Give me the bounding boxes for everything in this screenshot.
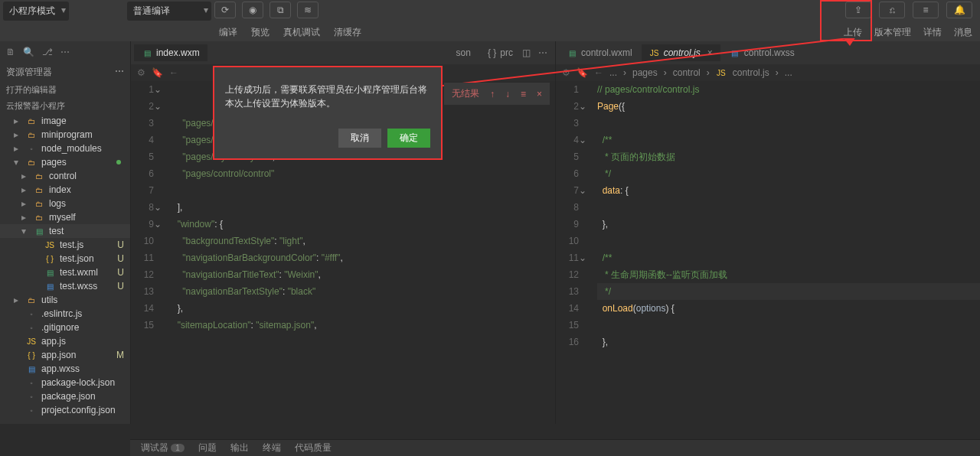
find-bar: 无结果 ↑ ↓ ≡ × <box>444 83 550 105</box>
file-icon: 🗀 <box>26 295 37 305</box>
sidebar: 🗎 🔍 ⎇ ⋯ 资源管理器⋯ 打开的编辑器 云报警器小程序 ▸🗀image▸🗀m… <box>0 41 130 424</box>
file-icon: 🗀 <box>26 157 37 168</box>
tab-index-wxml[interactable]: ▤index.wxm <box>134 44 207 61</box>
left-tabs: ▤index.wxm son { } prc ◫⋯ <box>131 41 555 64</box>
toolbar-action-labels: 编译 预览 真机调试 清缓存 <box>219 26 361 39</box>
mode-select[interactable]: 小程序模式 <box>3 2 69 21</box>
settings-icon[interactable]: ⚙ <box>562 67 570 78</box>
tree-item-myself[interactable]: ▸🗀myself <box>0 210 130 224</box>
back-icon[interactable]: ← <box>594 67 603 78</box>
file-icon: JS <box>26 336 37 347</box>
tab-control-wxml[interactable]: ▤control.wxml <box>559 44 640 61</box>
file-icon: 🗀 <box>34 184 44 195</box>
file-icon: ◦ <box>26 377 37 388</box>
cancel-button[interactable]: 取消 <box>338 129 381 148</box>
compile-select[interactable]: 普通编译 <box>127 2 211 21</box>
more-icon[interactable]: ⋯ <box>60 47 70 57</box>
tab-control-js[interactable]: JScontrol.js× <box>642 44 720 61</box>
remote-debug-icon[interactable]: ⧉ <box>270 2 291 18</box>
tree-item-app-js[interactable]: JSapp.js <box>0 334 130 348</box>
label-details: 详情 <box>923 26 942 39</box>
tab-prc[interactable]: { } prc <box>480 44 521 61</box>
file-icon: 🗀 <box>34 212 44 223</box>
find-options-icon[interactable]: ≡ <box>521 89 526 99</box>
tree-item-image[interactable]: ▸🗀image <box>0 114 130 128</box>
tab-more-icon[interactable]: ⋯ <box>538 47 547 58</box>
tree-item-logs[interactable]: ▸🗀logs <box>0 197 130 210</box>
tree-item-control[interactable]: ▸🗀control <box>0 169 130 183</box>
file-icon: { } <box>44 253 55 264</box>
open-editors-section[interactable]: 打开的编辑器 <box>0 82 130 98</box>
file-tree: ▸🗀image▸🗀miniprogram▸◦node_modules▾🗀page… <box>0 114 130 424</box>
tree-item-app-json[interactable]: { }app.jsonM <box>0 348 130 362</box>
preview-icon[interactable]: ◉ <box>242 2 263 18</box>
label-notify: 消息 <box>954 26 972 39</box>
bookmark-icon[interactable]: 🔖 <box>577 67 588 78</box>
explorer-icon[interactable]: 🗎 <box>6 47 15 57</box>
tree-item-package-json[interactable]: ◦package.json <box>0 389 130 403</box>
label-compile: 编译 <box>219 26 237 39</box>
label-debug: 真机调试 <box>283 26 320 39</box>
compile-icon[interactable]: ⟳ <box>214 2 236 18</box>
tree-item-test[interactable]: ▾▤test <box>0 224 130 238</box>
file-icon: ▤ <box>44 267 55 278</box>
prev-match-icon[interactable]: ↑ <box>490 89 495 99</box>
tab-debugger[interactable]: 调试器 1 <box>141 441 185 454</box>
ok-button[interactable]: 确定 <box>387 129 430 148</box>
no-result-label: 无结果 <box>452 87 479 100</box>
split-icon[interactable]: ◫ <box>522 47 531 58</box>
bookmark-icon[interactable]: 🔖 <box>152 67 163 78</box>
sidebar-more-icon[interactable]: ⋯ <box>115 66 124 79</box>
file-icon: 🗀 <box>26 129 37 140</box>
tree-item--eslintrc-js[interactable]: ◦.eslintrc.js <box>0 307 130 321</box>
branch-icon[interactable]: ⎇ <box>42 47 53 57</box>
file-icon: ◦ <box>26 405 37 415</box>
tree-item-test-json[interactable]: { }test.jsonU <box>0 252 130 265</box>
settings-icon[interactable]: ⚙ <box>137 67 145 78</box>
file-icon: ▤ <box>44 281 55 292</box>
tree-item-test-wxss[interactable]: ▤test.wxssU <box>0 279 130 293</box>
tree-item-test-js[interactable]: JStest.jsU <box>0 238 130 252</box>
search-icon[interactable]: 🔍 <box>23 47 34 57</box>
notify-icon[interactable]: 🔔 <box>946 2 972 18</box>
file-icon: ▤ <box>34 226 44 236</box>
file-icon: ◦ <box>26 391 37 402</box>
close-icon[interactable]: × <box>707 47 713 58</box>
tree-item-test-wxml[interactable]: ▤test.wxmlU <box>0 265 130 279</box>
tree-item-index[interactable]: ▸🗀index <box>0 183 130 197</box>
file-icon: ▤ <box>26 363 37 374</box>
upload-confirm-dialog: 上传成功后，需要联系管理员在小程序管理后台将本次上传设置为体验版本。 取消 确定 <box>213 66 443 160</box>
next-match-icon[interactable]: ↓ <box>505 89 510 99</box>
close-find-icon[interactable]: × <box>537 89 542 99</box>
project-section[interactable]: 云报警器小程序 <box>0 98 130 114</box>
file-icon: ◦ <box>26 143 37 154</box>
right-code[interactable]: 12345678910111213141516 // pages/control… <box>556 81 980 424</box>
tab-control-wxss[interactable]: ▤control.wxss <box>722 44 802 61</box>
tree-item-project-config-json[interactable]: ◦project.config.json <box>0 403 130 417</box>
tab-json[interactable]: son <box>449 44 479 61</box>
tab-quality[interactable]: 代码质量 <box>295 441 332 454</box>
file-icon: ◦ <box>26 322 37 333</box>
tab-output[interactable]: 输出 <box>230 441 249 454</box>
tab-problems[interactable]: 问题 <box>198 441 217 454</box>
tree-item-node_modules[interactable]: ▸◦node_modules <box>0 142 130 155</box>
file-icon: ◦ <box>26 308 37 319</box>
tab-terminal[interactable]: 终端 <box>263 441 281 454</box>
vcs-icon[interactable]: ⎌ <box>879 2 905 18</box>
file-icon: { } <box>26 350 37 360</box>
label-vcs: 版本管理 <box>874 26 911 39</box>
tree-item-app-wxss[interactable]: ▤app.wxss <box>0 362 130 376</box>
clear-cache-icon[interactable]: ≋ <box>297 2 318 18</box>
tree-item-package-lock-json[interactable]: ◦package-lock.json <box>0 376 130 389</box>
right-crumbs: ⚙ 🔖 ← ...› pages› control› JScontrol.js›… <box>556 64 980 81</box>
label-preview: 预览 <box>251 26 270 39</box>
annotation-upload-highlight <box>820 0 872 41</box>
file-icon: JS <box>44 239 55 250</box>
tree-item-pages[interactable]: ▾🗀pages <box>0 155 130 169</box>
tree-item-utils[interactable]: ▸🗀utils <box>0 293 130 307</box>
details-icon[interactable]: ≡ <box>913 2 939 18</box>
back-icon[interactable]: ← <box>169 67 178 78</box>
tree-item-miniprogram[interactable]: ▸🗀miniprogram <box>0 128 130 142</box>
tree-item--gitignore[interactable]: ◦.gitignore <box>0 321 130 334</box>
sidebar-toolbar: 🗎 🔍 ⎇ ⋯ <box>0 41 130 63</box>
